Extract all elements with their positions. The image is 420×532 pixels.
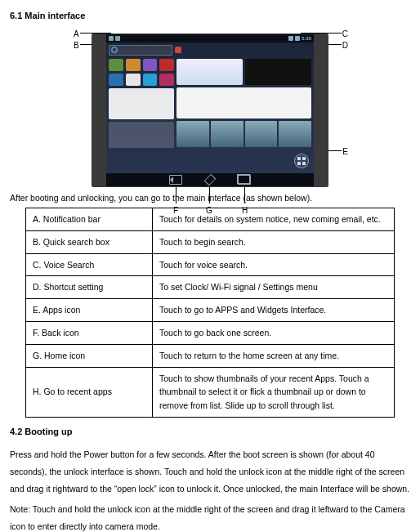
table-row: E. Apps icon Touch to go to APPS and Wid… <box>26 299 395 322</box>
table-label: E. Apps icon <box>26 299 153 322</box>
tablet-screen: 5:30 <box>106 34 314 186</box>
table-label: A. Notification bar <box>26 208 153 231</box>
navigation-bar <box>106 173 314 186</box>
app-shortcut[interactable] <box>143 74 158 86</box>
table-desc: Touch for voice search. <box>153 253 395 276</box>
table-row: G. Home icon Touch to return to the home… <box>26 344 395 367</box>
leader-g <box>209 187 210 203</box>
table-label: G. Home icon <box>26 344 153 367</box>
back-icon[interactable] <box>169 175 182 185</box>
app-shortcut[interactable] <box>126 74 141 86</box>
bookmarks-widget[interactable] <box>109 122 174 148</box>
recent-apps-icon[interactable] <box>238 175 251 185</box>
callout-d: D <box>342 40 348 51</box>
music-widget[interactable] <box>109 88 174 119</box>
table-desc: Touch to show thumbnails of your recent … <box>153 367 395 417</box>
svg-point-0 <box>112 47 117 52</box>
table-label: F. Back icon <box>26 322 153 345</box>
table-desc: Touch to go to APPS and Widgets Interfac… <box>153 299 395 322</box>
app-shortcut[interactable] <box>143 59 158 71</box>
quick-search-box[interactable] <box>109 45 172 56</box>
table-desc: Touch to begin search. <box>153 230 395 253</box>
widget[interactable] <box>176 59 243 85</box>
callout-g: G <box>206 205 212 217</box>
app-shortcut[interactable] <box>159 74 174 86</box>
table-label: D. Shortcut setting <box>26 276 153 299</box>
shortcut-settings: 5:30 <box>288 35 311 42</box>
table-desc: To set Clock/ Wi-Fi signal / Settings me… <box>153 276 395 299</box>
table-desc: Touch for details on system notice, new … <box>153 208 395 231</box>
notification-icon <box>109 36 114 41</box>
video-widget[interactable] <box>176 121 311 147</box>
status-bar: 5:30 <box>106 34 314 42</box>
table-label: B. Quick search box <box>26 230 153 253</box>
wifi-icon <box>288 36 293 41</box>
tablet-body: 5:30 <box>92 34 328 187</box>
callout-h: H <box>242 205 248 217</box>
booting-paragraph-2: Note: Touch and hold the unlock icon at … <box>10 501 410 532</box>
table-label: C. Voice Search <box>26 253 153 276</box>
callout-f: F <box>173 205 178 217</box>
table-row: F. Back icon Touch to go back one screen… <box>26 322 395 345</box>
home-content <box>106 57 314 168</box>
app-shortcut[interactable] <box>126 59 141 71</box>
callout-a: A <box>74 29 79 40</box>
callout-c: C <box>342 29 348 40</box>
table-desc: Touch to return to the home screen at an… <box>153 344 395 367</box>
table-row: D. Shortcut setting To set Clock/ Wi-Fi … <box>26 276 395 299</box>
table-desc: Touch to go back one screen. <box>153 322 395 345</box>
notification-icon <box>115 36 120 41</box>
leader-f <box>176 187 176 203</box>
interface-description-table: A. Notification bar Touch for details on… <box>25 208 395 418</box>
google-icon <box>111 47 118 53</box>
app-shortcut[interactable] <box>109 59 123 71</box>
home-icon[interactable] <box>204 174 216 186</box>
search-widget[interactable] <box>176 87 311 118</box>
leader-h <box>244 187 245 203</box>
voice-search-icon[interactable] <box>175 47 181 53</box>
table-row: C. Voice Search Touch for voice search. <box>26 253 395 276</box>
clock: 5:30 <box>302 35 311 42</box>
intro-text: After booting and unlocking, you can go … <box>10 192 410 204</box>
widget[interactable] <box>245 59 311 85</box>
table-row: B. Quick search box Touch to begin searc… <box>26 230 395 253</box>
callout-b: B <box>74 40 79 51</box>
heading-booting-up: 4.2 Booting up <box>10 426 410 438</box>
app-shortcut[interactable] <box>159 59 174 71</box>
tablet-figure: A B C D E F G H 5:30 <box>67 34 353 187</box>
heading-main-interface: 6.1 Main interface <box>10 10 410 22</box>
table-label: H. Go to recent apps <box>26 367 153 417</box>
callout-e: E <box>342 146 348 158</box>
app-shortcut-grid <box>109 59 174 86</box>
battery-icon <box>295 36 300 41</box>
search-row <box>106 42 314 57</box>
booting-paragraph-1: Press and hold the Power button for a fe… <box>10 446 410 498</box>
table-row: H. Go to recent apps Touch to show thumb… <box>26 367 395 417</box>
notification-area <box>109 36 120 41</box>
app-shortcut[interactable] <box>109 74 123 86</box>
